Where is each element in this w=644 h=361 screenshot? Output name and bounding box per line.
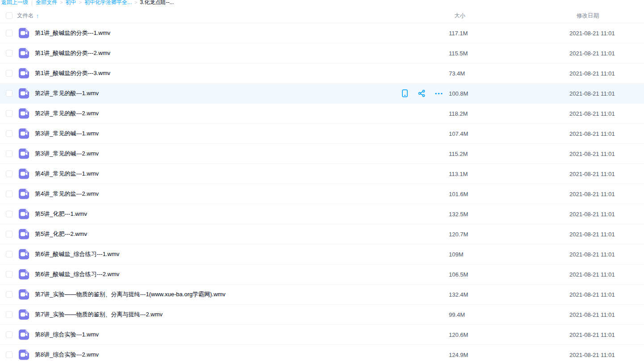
breadcrumb-back-link[interactable]: 返回上一级: [1, 0, 28, 6]
file-size: 120.7M: [449, 231, 468, 238]
row-checkbox[interactable]: [6, 30, 13, 37]
select-all-checkbox[interactable]: [6, 12, 13, 19]
file-row[interactable]: 第7讲_实验——物质的鉴别、分离与提纯---1(www.xue-ba.org学霸…: [0, 285, 644, 305]
file-row[interactable]: 第2讲_常见的酸---1.wmv: [0, 84, 644, 104]
file-name[interactable]: 第1讲_酸碱盐的分类---1.wmv: [35, 29, 110, 37]
file-row[interactable]: 第1讲_酸碱盐的分类---1.wmv: [0, 23, 644, 43]
breadcrumb-separator: >: [134, 0, 137, 5]
video-file-icon: [19, 269, 29, 280]
row-checkbox[interactable]: [6, 211, 13, 218]
file-name[interactable]: 第1讲_酸碱盐的分类---2.wmv: [35, 49, 110, 57]
file-size: 73.4M: [449, 70, 465, 77]
video-file-icon: [19, 169, 29, 179]
row-checkbox[interactable]: [6, 251, 13, 258]
file-modified-date: 2021-08-21 11:01: [569, 251, 615, 258]
file-name[interactable]: 第5讲_化肥---2.wmv: [35, 230, 87, 238]
row-checkbox[interactable]: [6, 311, 13, 318]
file-row[interactable]: 第8讲_综合实验---1.wmv: [0, 325, 644, 345]
more-actions-icon[interactable]: [434, 89, 443, 98]
file-size: 132.4M: [449, 291, 468, 298]
file-row[interactable]: 第1讲_酸碱盐的分类---3.wmv: [0, 63, 644, 84]
file-row[interactable]: 第3讲_常见的碱---1.wmv: [0, 124, 644, 144]
file-size: 99.4M: [449, 311, 465, 318]
file-name[interactable]: 第6讲_酸碱盐_综合练习---2.wmv: [35, 270, 119, 278]
file-size: 117.1M: [449, 30, 468, 37]
file-name[interactable]: 第3讲_常见的碱---1.wmv: [35, 130, 99, 138]
row-checkbox[interactable]: [6, 352, 13, 358]
row-checkbox[interactable]: [6, 171, 13, 177]
file-name[interactable]: 第8讲_综合实验---1.wmv: [35, 331, 99, 339]
file-size: 106.5M: [449, 271, 468, 278]
file-modified-date: 2021-08-21 11:01: [569, 50, 615, 57]
share-icon[interactable]: [417, 89, 426, 98]
breadcrumb-items: 全部文件>初中>初中化学沧卿平全...>3.化龙点睛--...: [36, 0, 174, 6]
breadcrumb-current: 3.化龙点睛--...: [140, 0, 174, 5]
file-row[interactable]: 第8讲_综合实验---2.wmv: [0, 345, 644, 361]
file-row[interactable]: 第1讲_酸碱盐的分类---2.wmv: [0, 43, 644, 63]
video-file-icon: [19, 330, 29, 340]
file-size: 113.1M: [449, 171, 468, 177]
row-checkbox[interactable]: [6, 332, 13, 338]
row-checkbox[interactable]: [6, 231, 13, 238]
row-checkbox[interactable]: [6, 291, 13, 298]
file-size: 109M: [449, 251, 464, 258]
file-modified-date: 2021-08-21 11:01: [569, 110, 615, 117]
row-checkbox[interactable]: [6, 70, 13, 77]
file-modified-date: 2021-08-21 11:01: [569, 70, 615, 77]
breadcrumb-separator: >: [60, 0, 63, 5]
video-file-icon: [19, 48, 29, 59]
file-name[interactable]: 第6讲_酸碱盐_综合练习---1.wmv: [35, 250, 119, 258]
file-name[interactable]: 第2讲_常见的酸---2.wmv: [35, 109, 99, 118]
file-row[interactable]: 第7讲_实验——物质的鉴别、分离与提纯---2.wmv: [0, 305, 644, 325]
file-modified-date: 2021-08-21 11:01: [569, 352, 615, 358]
file-list: 第1讲_酸碱盐的分类---1.wmv: [0, 23, 644, 361]
row-checkbox[interactable]: [6, 191, 13, 197]
file-row[interactable]: 第5讲_化肥---1.wmv: [0, 204, 644, 224]
file-name[interactable]: 第5讲_化肥---1.wmv: [35, 210, 87, 218]
video-file-icon: [19, 109, 29, 119]
row-checkbox[interactable]: [6, 50, 13, 57]
file-name[interactable]: 第4讲_常见的盐---2.wmv: [35, 190, 99, 198]
file-row[interactable]: 第5讲_化肥---2.wmv: [0, 224, 644, 244]
file-modified-date: 2021-08-21 11:01: [569, 231, 615, 238]
file-row[interactable]: 第6讲_酸碱盐_综合练习---1.wmv: [0, 244, 644, 264]
mobile-preview-icon[interactable]: [400, 89, 409, 98]
column-header-date[interactable]: 修改日期: [577, 12, 599, 19]
file-row[interactable]: 第2讲_常见的酸---2.wmv: [0, 104, 644, 124]
sort-ascending-icon[interactable]: ↑: [36, 13, 39, 18]
file-modified-date: 2021-08-21 11:01: [569, 311, 615, 318]
column-header-filename[interactable]: 文件名 ↑: [17, 12, 39, 19]
file-name[interactable]: 第8讲_综合实验---2.wmv: [35, 351, 99, 359]
video-file-icon: [19, 88, 29, 99]
file-modified-date: 2021-08-21 11:01: [569, 130, 615, 137]
video-file-icon: [19, 310, 29, 320]
file-name[interactable]: 第1讲_酸碱盐的分类---3.wmv: [35, 69, 110, 77]
file-row[interactable]: 第4讲_常见的盐---2.wmv: [0, 184, 644, 204]
file-name[interactable]: 第3讲_常见的碱---2.wmv: [35, 150, 99, 158]
file-list-header: 文件名 ↑ 大小 修改日期: [0, 8, 644, 23]
netdisk-file-list-page: 返回上一级 | 全部文件>初中>初中化学沧卿平全...>3.化龙点睛--... …: [0, 0, 644, 360]
video-file-icon: [19, 149, 29, 159]
column-header-size[interactable]: 大小: [454, 12, 465, 19]
file-name[interactable]: 第4讲_常见的盐---1.wmv: [35, 170, 99, 178]
row-checkbox[interactable]: [6, 271, 13, 278]
file-row[interactable]: 第3讲_常见的碱---2.wmv: [0, 144, 644, 164]
file-name[interactable]: 第2讲_常见的酸---1.wmv: [35, 89, 99, 97]
file-row[interactable]: 第4讲_常见的盐---1.wmv: [0, 164, 644, 184]
file-name[interactable]: 第7讲_实验——物质的鉴别、分离与提纯---1(www.xue-ba.org学霸…: [35, 290, 226, 298]
file-modified-date: 2021-08-21 11:01: [569, 291, 615, 298]
video-file-icon: [19, 209, 29, 219]
breadcrumb-link[interactable]: 初中化学沧卿平全...: [84, 0, 132, 5]
file-name[interactable]: 第7讲_实验——物质的鉴别、分离与提纯---2.wmv: [35, 311, 163, 319]
row-checkbox[interactable]: [6, 110, 13, 117]
breadcrumb-link[interactable]: 全部文件: [36, 0, 57, 5]
file-row[interactable]: 第6讲_酸碱盐_综合练习---2.wmv: [0, 264, 644, 285]
breadcrumb-link[interactable]: 初中: [66, 0, 76, 5]
row-checkbox[interactable]: [6, 90, 13, 97]
video-file-icon: [19, 249, 29, 260]
file-modified-date: 2021-08-21 11:01: [569, 171, 615, 177]
row-checkbox[interactable]: [6, 151, 13, 157]
file-size: 118.2M: [449, 110, 468, 117]
breadcrumb-separator: >: [79, 0, 82, 5]
row-checkbox[interactable]: [6, 130, 13, 137]
